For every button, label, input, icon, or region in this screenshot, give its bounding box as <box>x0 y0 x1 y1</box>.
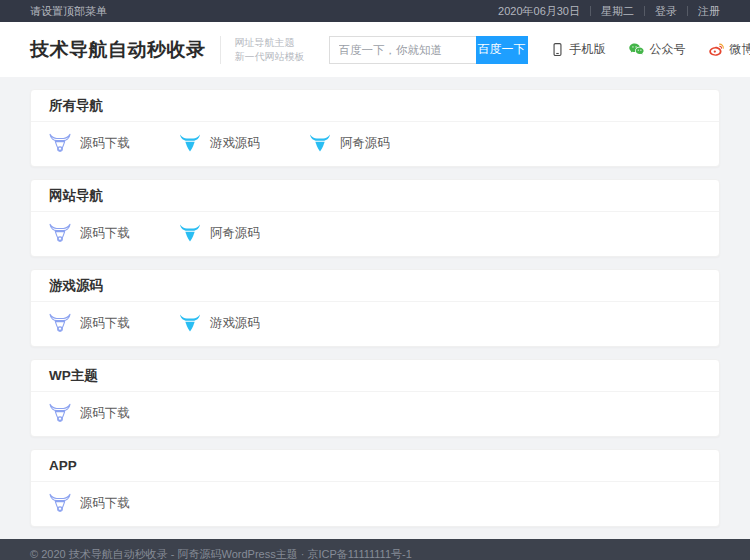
nav-item-label: 阿奇源码 <box>340 135 390 152</box>
nav-item-label: 源码下载 <box>80 405 130 422</box>
bull-outline-icon <box>49 132 71 154</box>
weibo-label: 微博 <box>730 41 750 58</box>
nav-item-label: 游戏源码 <box>210 135 260 152</box>
divider <box>644 6 645 16</box>
bull-solid-icon <box>179 312 201 334</box>
bull-solid-icon <box>309 132 331 154</box>
nav-item-link[interactable]: 源码下载 <box>49 492 179 514</box>
nav-item-link[interactable]: 游戏源码 <box>179 132 309 154</box>
top-bar: 请设置顶部菜单 2020年06月30日 星期二 登录 注册 <box>0 0 750 22</box>
nav-item-label: 阿奇源码 <box>210 225 260 242</box>
topbar-menu-hint: 请设置顶部菜单 <box>30 0 107 22</box>
section-title: 网站导航 <box>31 180 719 212</box>
section-items: 源码下载 <box>31 482 719 526</box>
nav-section-card: WP主题 源码下载 <box>30 359 720 437</box>
site-tagline: 网址导航主题 新一代网站模板 <box>220 36 305 64</box>
nav-item-label: 源码下载 <box>80 315 130 332</box>
section-title: 游戏源码 <box>31 270 719 302</box>
section-items: 源码下载 游戏源码 <box>31 302 719 346</box>
nav-item-link[interactable]: 游戏源码 <box>179 312 309 334</box>
nav-item-label: 源码下载 <box>80 225 130 242</box>
tagline-line1: 网址导航主题 <box>235 36 305 50</box>
topbar-weekday: 星期二 <box>601 0 634 22</box>
topbar-right: 2020年06月30日 星期二 登录 注册 <box>498 0 720 22</box>
weibo-link[interactable]: 微博 <box>708 41 750 58</box>
divider <box>687 6 688 16</box>
nav-section-card: APP 源码下载 <box>30 449 720 527</box>
tagline-line2: 新一代网站模板 <box>235 50 305 64</box>
bull-outline-icon <box>49 222 71 244</box>
nav-section-card: 游戏源码 源码下载 游戏源码 <box>30 269 720 347</box>
mobile-version-link[interactable]: 手机版 <box>550 41 606 58</box>
search-input[interactable] <box>329 36 476 64</box>
footer-copyright: © 2020 技术导航自动秒收录 - 阿奇源码WordPress主题 · 京IC… <box>30 547 412 560</box>
login-link[interactable]: 登录 <box>655 0 677 22</box>
nav-item-label: 源码下载 <box>80 495 130 512</box>
footer: © 2020 技术导航自动秒收录 - 阿奇源码WordPress主题 · 京IC… <box>0 539 750 560</box>
search-button[interactable]: 百度一下 <box>476 36 528 64</box>
mobile-phone-icon <box>550 42 565 57</box>
bull-solid-icon <box>179 132 201 154</box>
nav-item-link[interactable]: 源码下载 <box>49 222 179 244</box>
nav-item-label: 源码下载 <box>80 135 130 152</box>
sections: 所有导航 源码下载 游戏源码 阿奇源码 网站导航 源码下载 阿奇源码 游戏源码 … <box>0 77 750 539</box>
divider <box>590 6 591 16</box>
nav-item-link[interactable]: 源码下载 <box>49 312 179 334</box>
bull-outline-icon <box>49 492 71 514</box>
register-link[interactable]: 注册 <box>698 0 720 22</box>
bull-outline-icon <box>49 402 71 424</box>
wechat-official-label: 公众号 <box>650 41 686 58</box>
section-title: APP <box>31 450 719 482</box>
nav-section-card: 所有导航 源码下载 游戏源码 阿奇源码 <box>30 89 720 167</box>
bull-solid-icon <box>179 222 201 244</box>
nav-section-card: 网站导航 源码下载 阿奇源码 <box>30 179 720 257</box>
mobile-version-label: 手机版 <box>570 41 606 58</box>
topbar-date: 2020年06月30日 <box>498 0 580 22</box>
nav-item-link[interactable]: 源码下载 <box>49 132 179 154</box>
section-items: 源码下载 阿奇源码 <box>31 212 719 256</box>
header: 技术导航自动秒收录 网址导航主题 新一代网站模板 百度一下 手机版 <box>0 22 750 77</box>
wechat-official-link[interactable]: 公众号 <box>628 41 686 58</box>
section-title: WP主题 <box>31 360 719 392</box>
search-bar: 百度一下 <box>329 36 528 64</box>
section-items: 源码下载 游戏源码 阿奇源码 <box>31 122 719 166</box>
header-links: 手机版 公众号 <box>528 41 750 58</box>
nav-item-link[interactable]: 阿奇源码 <box>179 222 309 244</box>
wechat-icon <box>628 41 645 58</box>
bull-outline-icon <box>49 312 71 334</box>
weibo-icon <box>708 41 725 58</box>
nav-item-label: 游戏源码 <box>210 315 260 332</box>
section-title: 所有导航 <box>31 90 719 122</box>
site-logo-title[interactable]: 技术导航自动秒收录 <box>30 37 206 63</box>
nav-item-link[interactable]: 阿奇源码 <box>309 132 439 154</box>
section-items: 源码下载 <box>31 392 719 436</box>
nav-item-link[interactable]: 源码下载 <box>49 402 179 424</box>
